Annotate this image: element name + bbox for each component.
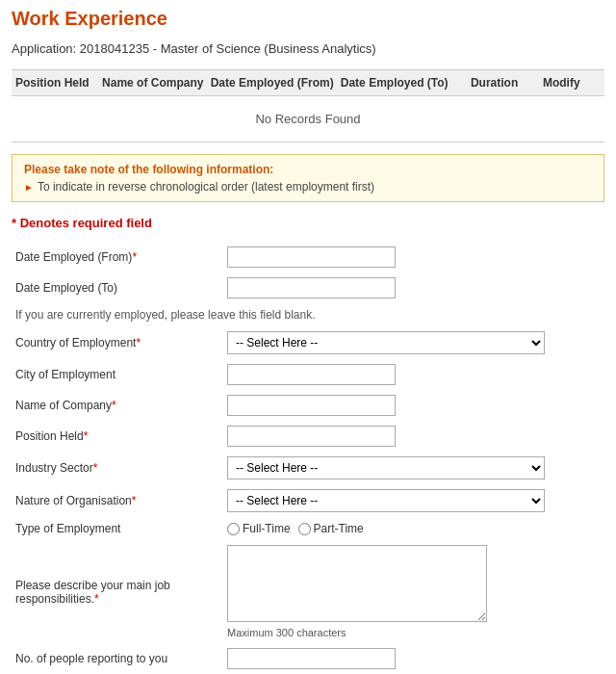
required-note: * Denotes required field [12,216,604,230]
fulltime-label-text: Full-Time [243,522,291,535]
notice-title: Please take note of the following inform… [24,163,592,176]
form-table: Date Employed (From)* Date Employed (To)… [12,242,604,674]
required-star-industry: * [93,461,98,475]
label-reporting: No. of people reporting to you [12,643,223,674]
row-date-from: Date Employed (From)* [12,242,604,272]
row-job-desc: Please describe your main job responsibi… [12,540,604,643]
page-wrapper: Work Experience Application: 2018041235 … [0,0,616,674]
label-country: Country of Employment* [12,326,223,359]
row-blank-note: If you are currently employed, please le… [12,303,604,326]
table-header: Position Held Name of Company Date Emplo… [12,69,604,96]
required-star-job-desc: * [94,592,99,606]
notice-box: Please take note of the following inform… [12,154,604,202]
row-reporting: No. of people reporting to you [12,643,604,674]
label-industry: Industry Sector* [12,452,223,484]
reporting-input[interactable] [227,648,396,669]
col-header-position: Position Held [15,76,102,90]
job-desc-textarea[interactable] [227,545,487,622]
required-star-date-from: * [132,250,137,264]
application-info: Application: 2018041235 - Master of Scie… [12,38,604,60]
label-city: City of Employment [12,359,223,390]
field-organisation[interactable]: -- Select Here -- [223,484,604,517]
date-from-input[interactable] [227,246,396,268]
date-to-input[interactable] [227,277,396,298]
industry-select[interactable]: -- Select Here -- [227,456,545,480]
city-input[interactable] [227,364,396,385]
field-position[interactable] [223,421,604,452]
field-employment-type: Full-Time Part-Time [223,517,604,540]
row-industry: Industry Sector* -- Select Here -- [12,452,604,484]
row-organisation: Nature of Organisation* -- Select Here -… [12,484,604,517]
no-records-message: No Records Found [12,96,604,143]
field-date-to[interactable] [223,272,604,303]
radio-fulltime-label[interactable]: Full-Time [227,522,291,535]
notice-item: ► To indicate in reverse chronological o… [24,180,592,194]
label-date-from: Date Employed (From)* [12,242,223,272]
notice-text: To indicate in reverse chronological ord… [38,180,374,194]
field-reporting[interactable] [223,643,604,674]
col-header-duration: Duration [471,76,543,90]
required-star-position: * [84,429,89,443]
company-input[interactable] [227,395,396,416]
label-job-desc: Please describe your main job responsibi… [12,540,223,643]
position-input[interactable] [227,426,396,447]
char-limit-note: Maximum 300 characters [227,627,601,638]
country-select[interactable]: -- Select Here -- [227,331,545,354]
radio-parttime-label[interactable]: Part-Time [298,522,364,535]
employment-type-radio-group: Full-Time Part-Time [227,522,601,535]
row-country: Country of Employment* -- Select Here -- [12,326,604,359]
label-company: Name of Company* [12,390,223,421]
section-title: Work Experience [12,8,604,30]
required-star-organisation: * [132,494,137,507]
field-date-from[interactable] [223,242,604,272]
field-city[interactable] [223,359,604,390]
col-header-modify: Modify [543,76,601,90]
radio-fulltime[interactable] [227,523,240,535]
label-organisation: Nature of Organisation* [12,484,223,517]
blank-note: If you are currently employed, please le… [15,308,316,322]
label-position: Position Held* [12,421,223,452]
row-city: City of Employment [12,359,604,390]
col-header-to: Date Employed (To) [341,76,471,90]
col-header-company: Name of Company [102,76,211,90]
row-company: Name of Company* [12,390,604,421]
col-header-from: Date Employed (From) [211,76,341,90]
organisation-select[interactable]: -- Select Here -- [227,489,545,512]
field-country[interactable]: -- Select Here -- [223,326,604,359]
row-employment-type: Type of Employment Full-Time Part-Time [12,517,604,540]
field-industry[interactable]: -- Select Here -- [223,452,604,484]
radio-parttime[interactable] [298,523,311,535]
required-star-country: * [136,336,141,350]
arrow-icon: ► [24,182,34,193]
label-date-to: Date Employed (To) [12,272,223,303]
label-employment-type: Type of Employment [12,517,223,540]
parttime-label-text: Part-Time [314,522,364,535]
row-position: Position Held* [12,421,604,452]
required-star-company: * [112,399,116,412]
row-date-to: Date Employed (To) [12,272,604,303]
field-job-desc[interactable]: Maximum 300 characters [223,540,604,643]
field-company[interactable] [223,390,604,421]
